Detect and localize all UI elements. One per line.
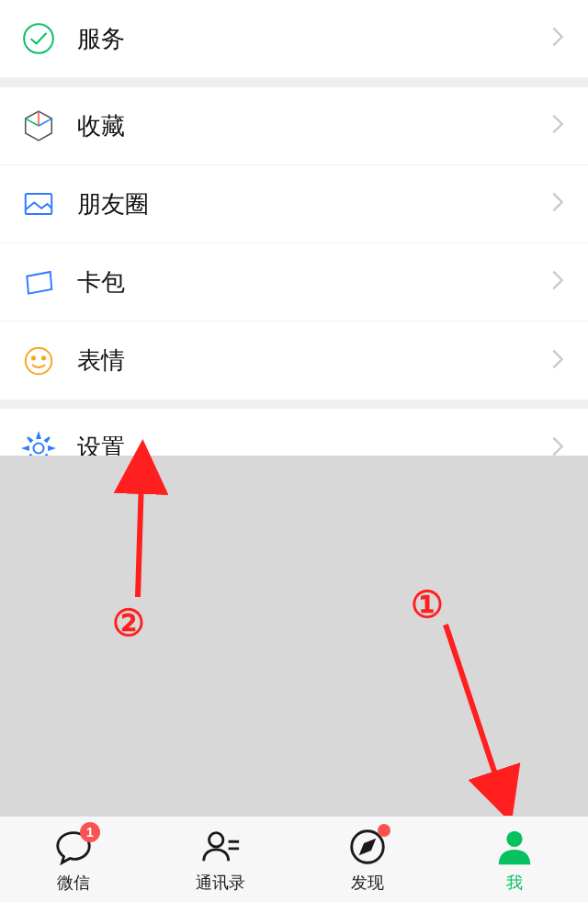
contacts-icon [199, 826, 242, 868]
compass-icon [346, 826, 389, 868]
tab-discover[interactable]: 发现 [294, 817, 441, 902]
chevron-right-icon [551, 191, 568, 217]
cell-label: 朋友圈 [77, 188, 551, 220]
empty-area [0, 456, 588, 816]
chat-bubble-icon: 1 [52, 826, 95, 868]
tab-chats[interactable]: 1 微信 [0, 817, 147, 902]
service-icon [20, 20, 57, 57]
tab-label: 发现 [351, 872, 384, 894]
svg-point-2 [26, 347, 52, 374]
annotation-callout-2: ② [112, 602, 145, 644]
tab-contacts[interactable]: 通讯录 [147, 817, 294, 902]
cell-favorites[interactable]: 收藏 [0, 87, 588, 165]
image-icon [20, 186, 57, 222]
cell-services[interactable]: 服务 [0, 0, 588, 78]
section-divider [0, 400, 588, 409]
svg-point-8 [506, 830, 522, 846]
tab-label: 我 [506, 872, 523, 894]
annotation-callout-1: ① [411, 583, 444, 626]
cell-stickers[interactable]: 表情 [0, 321, 588, 400]
chevron-right-icon [551, 269, 568, 295]
wallet-icon [20, 264, 57, 300]
svg-point-5 [33, 443, 43, 453]
badge-count: 1 [80, 822, 100, 842]
tab-label: 通讯录 [196, 872, 245, 894]
chevron-right-icon [551, 26, 568, 51]
chevron-right-icon [551, 348, 568, 374]
cube-icon [20, 107, 57, 144]
tab-bar: 1 微信 通讯录 发现 我 [0, 816, 588, 902]
svg-point-0 [24, 24, 53, 53]
cell-moments[interactable]: 朋友圈 [0, 165, 588, 243]
tab-me[interactable]: 我 [441, 817, 588, 902]
chevron-right-icon [551, 113, 568, 139]
badge-dot [378, 824, 390, 837]
cell-label: 服务 [77, 23, 551, 55]
cell-cards[interactable]: 卡包 [0, 243, 588, 321]
tab-label: 微信 [57, 872, 90, 894]
cell-label: 卡包 [77, 266, 551, 299]
svg-point-6 [209, 832, 223, 846]
section-divider [0, 78, 588, 87]
svg-point-3 [32, 356, 35, 359]
cell-label: 表情 [77, 344, 551, 377]
person-icon [493, 826, 536, 868]
cell-label: 收藏 [77, 110, 551, 142]
svg-point-4 [42, 356, 45, 359]
smile-icon [20, 343, 57, 379]
